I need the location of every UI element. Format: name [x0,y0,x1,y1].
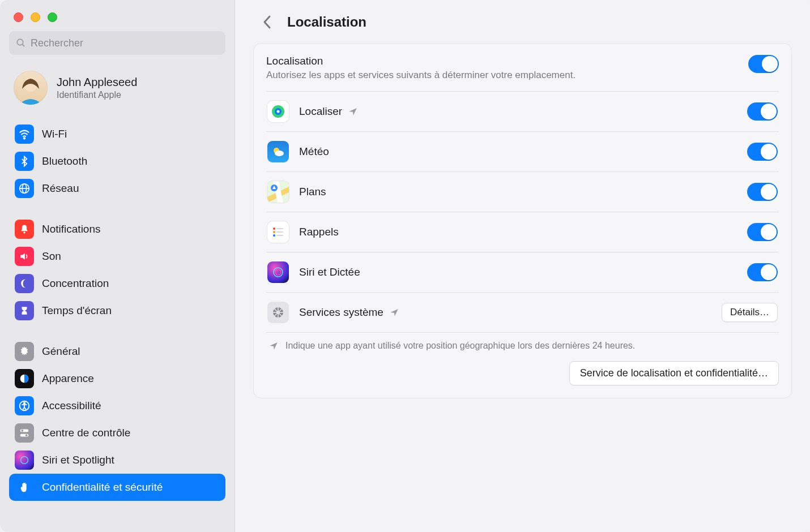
sidebar-item-general[interactable]: Général [9,338,225,365]
gear-icon [15,342,34,361]
sidebar-item-label: Apparence [42,372,94,385]
profile-subtitle: Identifiant Apple [57,90,137,100]
sidebar-item-label: Son [42,250,61,263]
svg-point-7 [23,231,25,233]
zoom-window-button[interactable] [48,12,57,22]
sidebar-item-notifications[interactable]: Notifications [9,216,225,243]
location-master-toggle[interactable] [748,55,779,73]
search-field[interactable] [9,31,225,55]
location-arrow-icon [348,106,358,117]
sidebar: John Appleseed Identifiant Apple Wi-Fi B… [0,0,235,532]
search-input[interactable] [31,37,219,49]
svg-point-24 [273,228,275,230]
app-toggle-maps[interactable] [747,183,778,201]
network-icon [15,179,34,198]
app-toggle-findmy[interactable] [747,102,778,121]
hand-icon [15,478,34,497]
minimize-window-button[interactable] [31,12,40,22]
svg-point-15 [25,434,28,436]
app-row-siri: Siri et Dictée [266,252,779,293]
sidebar-item-siri[interactable]: Siri et Spotlight [9,447,225,474]
svg-point-11 [24,402,25,404]
back-button[interactable] [258,12,277,32]
sidebar-item-label: Wi-Fi [42,128,67,140]
weather-icon [267,141,289,162]
sidebar-item-privacy[interactable]: Confidentialité et sécurité [9,474,225,501]
app-label: Localiser [299,105,342,118]
sidebar-item-wifi[interactable]: Wi-Fi [9,121,225,148]
sidebar-item-screentime[interactable]: Temps d'écran [9,297,225,324]
svg-point-28 [273,234,275,237]
speaker-icon [15,247,34,266]
sidebar-item-label: Temps d'écran [42,304,112,317]
content-header: Localisation [253,12,792,32]
app-toggle-weather[interactable] [747,143,778,161]
app-row-maps: Plans [266,172,779,212]
profile-name: John Appleseed [57,76,137,89]
svg-rect-27 [276,231,283,233]
svg-line-1 [22,44,24,46]
sidebar-group: Notifications Son Concentration Temps d'… [9,216,225,324]
sidebar-group: Wi-Fi Bluetooth Réseau [9,121,225,202]
legend-row: Indique une app ayant utilisé votre posi… [266,332,779,361]
app-label: Services système [299,306,383,319]
svg-point-0 [17,39,23,45]
sidebar-item-bluetooth[interactable]: Bluetooth [9,148,225,175]
sidebar-item-network[interactable]: Réseau [9,175,225,202]
privacy-info-button[interactable]: Service de localisation et confidentiali… [569,361,779,385]
app-label: Météo [299,145,329,158]
siri-icon [15,451,34,470]
appearance-icon [15,369,34,388]
chevron-left-icon [262,15,272,29]
system-gear-icon [267,302,289,323]
svg-point-26 [273,231,275,233]
search-icon [16,38,26,48]
sidebar-item-focus[interactable]: Concentration [9,270,225,297]
sidebar-item-label: Bluetooth [42,155,87,168]
sidebar-item-label: Général [42,345,80,358]
legend-text: Indique une app ayant utilisé votre posi… [285,341,635,351]
sidebar-item-accessibility[interactable]: Accessibilité [9,392,225,419]
svg-point-31 [275,269,281,275]
svg-rect-25 [276,228,283,229]
panel-title: Localisation [266,55,575,67]
moon-icon [15,274,34,293]
findmy-icon [267,101,289,122]
system-services-details-button[interactable]: Détails… [722,303,778,322]
window-controls [9,10,225,31]
control-center-icon [15,423,34,443]
app-label: Rappels [299,226,339,238]
accessibility-icon [15,396,34,415]
bell-icon [15,220,34,239]
svg-point-19 [277,110,280,113]
main-content: Localisation Localisation Autorisez les … [235,0,810,532]
app-label: Plans [299,186,326,198]
svg-point-21 [275,151,284,156]
app-row-weather: Météo [266,132,779,172]
maps-icon [267,181,289,203]
sidebar-item-sound[interactable]: Son [9,243,225,270]
sidebar-group: Général Apparence Accessibilité Centre d… [9,338,225,501]
app-toggle-reminders[interactable] [747,223,778,241]
panel-header: Localisation Autorisez les apps et servi… [266,55,779,92]
sidebar-item-label: Réseau [42,182,79,195]
panel-description: Autorisez les apps et services suivants … [266,70,575,81]
avatar [14,71,48,105]
sidebar-item-label: Centre de contrôle [42,427,130,439]
reminders-icon [267,221,289,243]
app-label: Siri et Dictée [299,266,360,278]
location-arrow-icon [268,341,279,351]
svg-point-14 [22,430,24,432]
app-toggle-siri[interactable] [747,263,778,281]
sidebar-item-controlcenter[interactable]: Centre de contrôle [9,419,225,447]
hourglass-icon [15,301,34,320]
close-window-button[interactable] [14,12,23,22]
panel-footer: Service de localisation et confidentiali… [266,361,779,385]
app-row-findmy: Localiser [266,92,779,132]
svg-point-3 [24,138,25,139]
sidebar-item-label: Notifications [42,223,101,235]
sidebar-item-appearance[interactable]: Apparence [9,365,225,392]
settings-window: John Appleseed Identifiant Apple Wi-Fi B… [0,0,810,532]
apple-id-profile[interactable]: John Appleseed Identifiant Apple [9,67,225,116]
sidebar-item-label: Concentration [42,277,109,290]
